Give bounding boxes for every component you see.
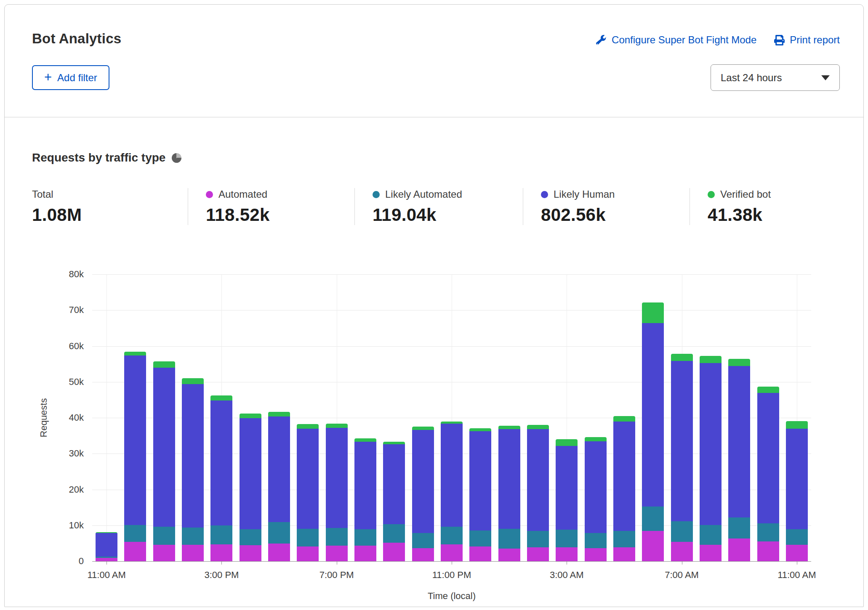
chart-bar[interactable] — [469, 428, 491, 561]
chart-bar[interactable] — [585, 437, 607, 561]
chart-bar[interactable] — [124, 352, 146, 561]
bar-segment-likely-human — [613, 422, 635, 531]
bar-segment-automated — [297, 546, 319, 561]
y-axis-title: Requests — [38, 398, 49, 438]
bar-segment-verified-bot — [786, 421, 808, 429]
bar-segment-automated — [354, 546, 376, 561]
bar-segment-likely-automated — [700, 525, 722, 545]
stat-value: 802.56k — [541, 205, 678, 225]
bar-segment-likely-human — [757, 393, 779, 523]
chart-bar[interactable] — [383, 442, 405, 561]
chart-bar[interactable] — [556, 439, 578, 561]
time-range-select[interactable]: Last 24 hours — [711, 64, 840, 91]
chart-bar[interactable] — [297, 424, 319, 561]
bar-segment-automated — [556, 547, 578, 561]
y-tick-label: 50k — [56, 377, 84, 387]
configure-link-label: Configure Super Bot Fight Mode — [612, 34, 756, 46]
chart-bar[interactable] — [613, 416, 635, 561]
chart-bar[interactable] — [786, 421, 808, 561]
bar-segment-likely-automated — [124, 525, 146, 542]
bar-segment-likely-automated — [182, 528, 204, 545]
wrench-icon — [596, 35, 607, 45]
y-tick-label: 10k — [56, 520, 84, 530]
x-tick-label: 3:00 PM — [186, 570, 257, 581]
bar-segment-likely-automated — [354, 529, 376, 546]
bar-segment-likely-automated — [671, 521, 693, 542]
bar-segment-likely-automated — [153, 527, 175, 545]
bar-segment-likely-human — [642, 323, 664, 507]
x-tick-mark — [797, 561, 797, 565]
bar-segment-likely-human — [240, 418, 261, 529]
y-tick-label: 40k — [56, 413, 84, 423]
bar-segment-likely-human — [585, 441, 607, 533]
bar-segment-automated — [757, 541, 779, 561]
stat-label: Likely Human — [554, 188, 615, 200]
x-tick-mark — [337, 561, 337, 565]
bar-segment-automated — [383, 543, 405, 561]
chart-bar[interactable] — [700, 356, 722, 561]
bar-segment-likely-human — [268, 416, 290, 522]
bar-segment-verified-bot — [757, 387, 779, 393]
likely-human-legend-dot — [541, 191, 548, 198]
bar-segment-verified-bot — [585, 437, 607, 441]
chart-bar[interactable] — [498, 426, 520, 561]
chart-bar[interactable] — [240, 414, 261, 561]
bar-segment-likely-automated — [613, 531, 635, 547]
bar-segment-likely-automated — [757, 523, 779, 542]
bar-segment-verified-bot — [642, 302, 664, 323]
bar-segment-likely-automated — [498, 529, 520, 549]
chart-bar[interactable] — [268, 412, 290, 561]
bar-segment-likely-human — [527, 429, 549, 531]
stat-automated: Automated 118.52k — [188, 188, 354, 225]
chart-bar[interactable] — [210, 395, 232, 561]
chart-bar[interactable] — [96, 532, 117, 561]
chart-bar[interactable] — [153, 361, 175, 561]
add-filter-button[interactable]: + Add filter — [32, 65, 109, 90]
bar-segment-verified-bot — [326, 424, 348, 428]
bar-segment-likely-automated — [383, 524, 405, 543]
bar-segment-automated — [671, 542, 693, 561]
stat-label: Likely Automated — [385, 188, 462, 200]
chart-bar[interactable] — [671, 354, 693, 561]
print-report-link[interactable]: Print report — [774, 34, 840, 46]
y-tick-label: 80k — [56, 269, 84, 279]
chart-bar[interactable] — [527, 425, 549, 561]
chart-bar[interactable] — [412, 427, 434, 561]
chart-bar[interactable] — [728, 359, 750, 561]
chart-bar[interactable] — [757, 387, 779, 561]
stat-likely-automated: Likely Automated 119.04k — [354, 188, 523, 225]
page-title: Bot Analytics — [32, 31, 121, 47]
chart-bar[interactable] — [182, 378, 204, 561]
chart-bar[interactable] — [441, 422, 463, 561]
bar-segment-verified-bot — [671, 354, 693, 361]
stat-value: 1.08M — [32, 205, 176, 225]
x-tick-mark — [682, 561, 682, 565]
bar-segment-likely-automated — [297, 529, 319, 546]
bar-segment-likely-human — [182, 384, 204, 528]
bar-segment-verified-bot — [124, 352, 146, 355]
x-tick-label: 3:00 AM — [531, 570, 602, 581]
x-tick-mark — [221, 561, 222, 565]
bar-segment-verified-bot — [527, 425, 549, 429]
chart-bar[interactable] — [326, 424, 348, 561]
bar-segment-verified-bot — [297, 424, 319, 429]
bar-segment-verified-bot — [469, 428, 491, 431]
bar-segment-automated — [96, 558, 117, 561]
chart-bar[interactable] — [354, 438, 376, 561]
stat-label: Total — [32, 188, 53, 200]
bar-segment-likely-human — [441, 424, 463, 527]
print-link-label: Print report — [790, 34, 840, 46]
chart-bar[interactable] — [642, 302, 664, 561]
bar-segment-verified-bot — [240, 414, 261, 418]
bar-segment-automated — [441, 544, 463, 561]
bar-segment-likely-automated — [469, 530, 491, 546]
bar-segment-automated — [469, 546, 491, 561]
bar-segment-verified-bot — [613, 416, 635, 422]
pie-chart-icon — [172, 153, 181, 163]
bar-segment-likely-automated — [326, 528, 348, 546]
bar-segment-automated — [124, 542, 146, 561]
bar-segment-likely-automated — [642, 507, 664, 531]
bar-segment-likely-automated — [527, 531, 549, 547]
bar-segment-verified-bot — [728, 359, 750, 366]
configure-super-bot-fight-mode-link[interactable]: Configure Super Bot Fight Mode — [596, 34, 756, 46]
